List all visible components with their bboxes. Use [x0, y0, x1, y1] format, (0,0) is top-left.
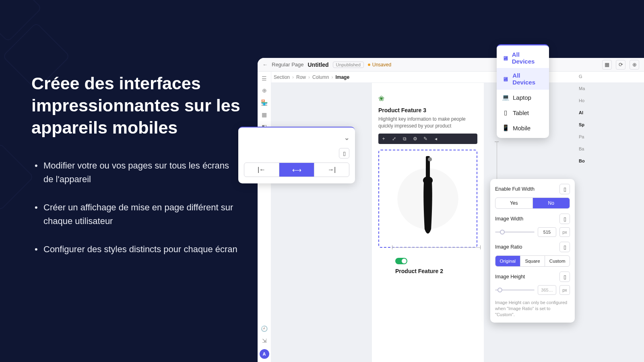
edit-icon[interactable]: ✎ — [420, 134, 431, 144]
device-chip-icon[interactable]: ▯ — [559, 242, 570, 252]
desktop-icon: 🖥 — [502, 55, 509, 62]
ruler-horizontal — [392, 245, 481, 249]
save-status: Unsaved — [368, 62, 391, 68]
ratio-original[interactable]: Original — [495, 256, 520, 266]
collapse-icon[interactable]: ◂ — [431, 134, 441, 144]
more-icon[interactable]: ⊕ — [630, 60, 639, 70]
breadcrumb-item[interactable]: Row — [296, 74, 306, 80]
image-height-input — [538, 285, 556, 295]
back-arrow-icon[interactable]: ← — [262, 62, 268, 68]
device-option-tablet[interactable]: ▯ Tablet — [497, 105, 549, 120]
feature2-title: Product Feature 2 — [395, 268, 443, 274]
horiz-align-segment: |← ⟷ →| — [244, 162, 349, 177]
image-width-input[interactable] — [538, 227, 556, 237]
device-chip-icon[interactable]: ▯ — [559, 214, 570, 224]
image-height-label: Image Height — [495, 274, 525, 280]
grid-icon[interactable]: ▦ — [261, 111, 268, 118]
element-action-toolbar: + ⤢ ⧉ ⚙ ✎ ◂ — [378, 134, 477, 144]
device-chip-icon[interactable]: ▯ — [559, 272, 570, 282]
canvas: ❀ Product Feature 3 Highlight key inform… — [271, 83, 644, 362]
editor-window: ← Regular Page Untitled Unpublished Unsa… — [258, 58, 644, 362]
add-element-icon[interactable]: + — [378, 134, 389, 144]
align-center-button[interactable]: ⟷ — [279, 163, 314, 177]
selected-image-frame[interactable] — [378, 150, 477, 248]
device-option-laptop[interactable]: 💻 Laptop — [497, 90, 549, 105]
store-icon[interactable]: 🏪 — [261, 99, 268, 106]
unit-label: px — [559, 285, 570, 295]
chevron-down-icon[interactable]: ⌄ — [344, 134, 349, 142]
ratio-square[interactable]: Square — [520, 256, 545, 266]
right-sidebar-peek: G Ma Ho Al Sp Pa Ba Bo — [579, 70, 585, 167]
grid-view-icon[interactable]: ▦ — [602, 60, 612, 70]
feature-title: Product Feature 3 — [378, 107, 477, 113]
image-width-slider[interactable] — [495, 231, 535, 233]
top-bar: ← Regular Page Untitled Unpublished Unsa… — [258, 58, 644, 72]
export-icon[interactable]: ⇲ — [261, 337, 268, 344]
breadcrumb-item[interactable]: Column — [312, 74, 329, 80]
leaf-icon: ❀ — [378, 94, 477, 103]
bullet-item: Modifier votre ou vos pages sur tous les… — [31, 159, 241, 186]
tablet-icon: ▯ — [502, 109, 509, 116]
alignment-title: Alignment — [244, 134, 275, 142]
bullet-item: Configurer des styles distincts pour cha… — [31, 243, 241, 256]
device-option-mobile[interactable]: 📱 Mobile — [497, 120, 549, 136]
bg-decoration — [0, 143, 34, 211]
product-image — [381, 152, 475, 245]
device-chip-icon[interactable]: ▯ — [339, 148, 349, 158]
publish-badge: Unpublished — [333, 62, 364, 68]
full-width-segment: Yes No — [495, 197, 570, 209]
alignment-panel: Alignment ⌄ Horizontal Alignment ▯ |← ⟷ … — [238, 127, 355, 183]
add-icon[interactable]: ⊕ — [261, 87, 268, 94]
breadcrumb-item[interactable]: Section — [274, 74, 290, 80]
horiz-align-label: Horizontal Alignment — [244, 150, 295, 156]
device-dropdown-header[interactable]: 🖥 All Devices — [497, 48, 549, 68]
image-properties-panel: Enable Full Width ▯ Yes No Image Width ▯… — [490, 179, 575, 323]
align-left-button[interactable]: |← — [244, 163, 279, 177]
svg-point-3 — [428, 157, 432, 161]
history-icon[interactable]: 🕘 — [261, 325, 268, 332]
headline: Créee des interfaces impressionnantes su… — [31, 72, 241, 139]
page-type-label: Regular Page — [272, 62, 304, 68]
refresh-icon[interactable]: ⟳ — [616, 60, 625, 70]
align-right-button[interactable]: →| — [314, 163, 349, 177]
layers-icon[interactable]: ☰ — [261, 75, 268, 82]
full-width-no[interactable]: No — [533, 198, 570, 208]
copy-icon[interactable]: ⧉ — [399, 134, 410, 144]
avatar[interactable]: A — [260, 349, 269, 359]
laptop-icon: 💻 — [502, 94, 509, 101]
full-width-label: Enable Full Width — [495, 186, 535, 192]
image-ratio-label: Image Ratio — [495, 244, 522, 250]
image-height-slider — [495, 289, 535, 291]
marketing-copy: Créee des interfaces impressionnantes su… — [31, 72, 241, 271]
breadcrumb: Section › Row › Column › Image — [258, 72, 644, 83]
feature-subtitle: Highlight key information to make people… — [378, 116, 477, 130]
move-icon[interactable]: ⤢ — [389, 134, 399, 144]
left-rail: ☰ ⊕ 🏪 ▦ ◧ 🕘 ⇲ A — [258, 72, 271, 362]
image-ratio-segment: Original Square Custom — [495, 255, 570, 267]
device-option-all[interactable]: 🖥 All Devices — [497, 68, 549, 90]
device-chip-icon[interactable]: ▯ — [559, 184, 570, 194]
mobile-icon: 📱 — [502, 124, 509, 132]
canvas-sheet: ❀ Product Feature 3 Highlight key inform… — [372, 83, 484, 362]
breadcrumb-current[interactable]: Image — [335, 74, 349, 80]
image-width-label: Image Width — [495, 216, 523, 222]
ratio-custom[interactable]: Custom — [545, 256, 570, 266]
toggle-switch[interactable] — [395, 258, 407, 264]
device-dropdown: 🖥 All Devices 🖥 All Devices 💻 Laptop ▯ T… — [497, 44, 549, 138]
page-title[interactable]: Untitled — [308, 62, 329, 68]
image-height-hint: Image Height can only be configured when… — [495, 300, 570, 318]
desktop-icon: 🖥 — [502, 76, 508, 82]
settings-icon[interactable]: ⚙ — [410, 134, 420, 144]
full-width-yes[interactable]: Yes — [495, 198, 533, 208]
bullet-item: Créer un affichage de mise en page diffé… — [31, 201, 241, 228]
bullet-list: Modifier votre ou vos pages sur tous les… — [31, 159, 241, 256]
unit-label: px — [559, 227, 570, 237]
